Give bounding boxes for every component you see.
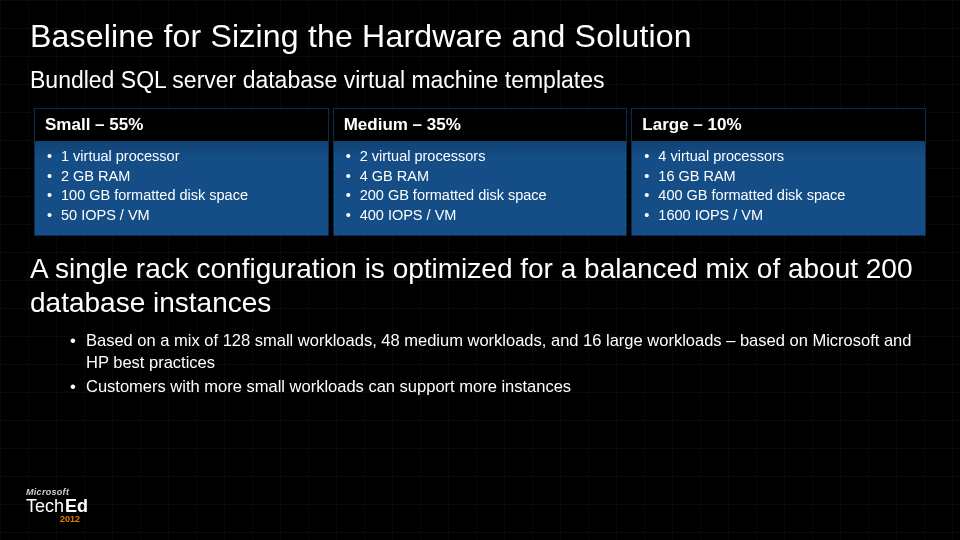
slide: Baseline for Sizing the Hardware and Sol…	[0, 0, 960, 540]
summary-text: A single rack configuration is optimized…	[30, 252, 930, 320]
list-item: 2 virtual processors	[338, 147, 623, 167]
list-item: Based on a mix of 128 small workloads, 4…	[66, 329, 930, 374]
card-large-body: 4 virtual processors 16 GB RAM 400 GB fo…	[632, 141, 925, 235]
subtitle: Bundled SQL server database virtual mach…	[30, 67, 930, 94]
list-item: 16 GB RAM	[636, 167, 921, 187]
card-medium: Medium – 35% 2 virtual processors 4 GB R…	[333, 108, 628, 236]
list-item: 2 GB RAM	[39, 167, 324, 187]
card-large: Large – 10% 4 virtual processors 16 GB R…	[631, 108, 926, 236]
footer-logo: Microsoft TechEd 2012	[26, 487, 88, 524]
list-item: 50 IOPS / VM	[39, 206, 324, 226]
list-item: 1600 IOPS / VM	[636, 206, 921, 226]
card-small-body: 1 virtual processor 2 GB RAM 100 GB form…	[35, 141, 328, 235]
list-item: Customers with more small workloads can …	[66, 375, 930, 397]
list-item: 200 GB formatted disk space	[338, 186, 623, 206]
list-item: 400 IOPS / VM	[338, 206, 623, 226]
page-title: Baseline for Sizing the Hardware and Sol…	[30, 18, 930, 55]
card-small-header: Small – 55%	[35, 109, 328, 141]
card-large-header: Large – 10%	[632, 109, 925, 141]
list-item: 400 GB formatted disk space	[636, 186, 921, 206]
template-cards-row: Small – 55% 1 virtual processor 2 GB RAM…	[30, 108, 930, 236]
list-item: 100 GB formatted disk space	[39, 186, 324, 206]
logo-year: 2012	[60, 514, 80, 524]
logo-product-a: Tech	[26, 497, 64, 515]
card-medium-header: Medium – 35%	[334, 109, 627, 141]
logo-product-b: Ed	[65, 497, 88, 515]
list-item: 4 virtual processors	[636, 147, 921, 167]
card-medium-body: 2 virtual processors 4 GB RAM 200 GB for…	[334, 141, 627, 235]
summary-bullets: Based on a mix of 128 small workloads, 4…	[30, 329, 930, 398]
card-small: Small – 55% 1 virtual processor 2 GB RAM…	[34, 108, 329, 236]
list-item: 4 GB RAM	[338, 167, 623, 187]
list-item: 1 virtual processor	[39, 147, 324, 167]
logo-product: TechEd	[26, 497, 88, 515]
